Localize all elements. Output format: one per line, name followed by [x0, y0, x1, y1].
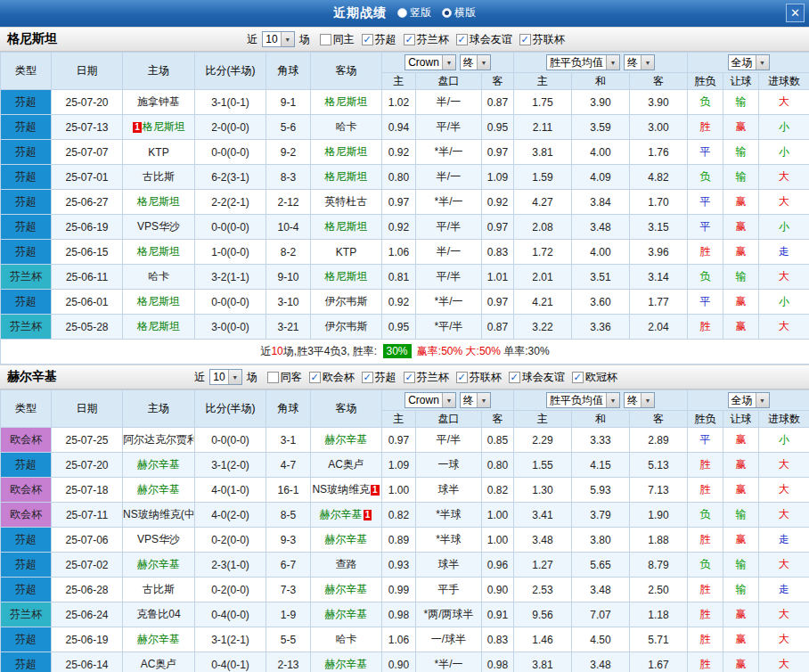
team-name: 赫尔辛基 — [7, 369, 57, 385]
result-goals: 大 — [759, 165, 809, 190]
avg-odds-select[interactable]: 胜平负均值▼ — [546, 392, 620, 408]
filter-bar: 近10▼场同主✓芬超✓芬兰杯✓球会友谊✓芬联杯 — [244, 31, 564, 47]
odds-source-select[interactable]: Crown▼ — [404, 54, 456, 70]
result-wdl: 负 — [688, 553, 723, 578]
league-badge: 芬超 — [1, 90, 52, 115]
section-header: 格尼斯坦近10▼场同主✓芬超✓芬兰杯✓球会友谊✓芬联杯 — [0, 27, 809, 52]
avg-away: 7.13 — [630, 478, 688, 503]
avg-draw: 3.60 — [572, 290, 630, 315]
avg-odds-select[interactable]: 胜平负均值▼ — [546, 54, 620, 70]
result-wdl: 平 — [688, 140, 723, 165]
away-team: 查路 — [311, 553, 382, 578]
away-team: NS玻纳维克1 — [311, 478, 382, 503]
avg-away: 1.18 — [630, 602, 688, 627]
home-team: 格尼斯坦 — [123, 315, 195, 340]
scope-select[interactable]: 全场▼ — [728, 392, 770, 408]
avg-final-select[interactable]: 终▼ — [624, 54, 655, 70]
odds-handicap: 球半 — [416, 553, 482, 578]
odds-handicap: *半球 — [416, 528, 482, 553]
avg-draw: 4.15 — [572, 453, 630, 478]
home-team: AC奥卢 — [123, 652, 195, 672]
odds-final-select[interactable]: 终▼ — [460, 392, 491, 408]
scope-select[interactable]: 全场▼ — [728, 54, 770, 70]
odds-away: 1.00 — [482, 503, 514, 528]
league-badge: 芬超 — [1, 528, 52, 553]
result-handicap: 赢 — [723, 428, 759, 453]
avg-away: 1.77 — [630, 290, 688, 315]
away-team: 格尼斯坦 — [311, 90, 382, 115]
odds-home: 0.92 — [382, 140, 416, 165]
result-handicap: 赢 — [723, 315, 759, 340]
filter-checkbox-芬联杯[interactable]: ✓芬联杯 — [519, 32, 565, 47]
corner-count: 5-5 — [266, 627, 311, 652]
home-team: 施拿钟基 — [123, 90, 195, 115]
recent-results-panel: 近期战绩 竖版横版 ✕ 格尼斯坦近10▼场同主✓芬超✓芬兰杯✓球会友谊✓芬联杯类… — [0, 0, 809, 672]
home-team: 哈卡 — [123, 265, 195, 290]
result-wdl: 平 — [688, 190, 723, 215]
result-handicap: 输 — [723, 578, 759, 602]
result-wdl: 负 — [688, 90, 723, 115]
result-goals: 小 — [759, 215, 809, 240]
column-subheader: 让球 — [723, 73, 759, 90]
filter-checkbox-芬超[interactable]: ✓芬超 — [362, 32, 396, 47]
odds-home: 1.06 — [382, 627, 416, 652]
filter-checkbox-欧会杯[interactable]: ✓欧会杯 — [309, 370, 355, 385]
odds-final-select[interactable]: 终▼ — [460, 54, 491, 70]
filter-checkbox-芬联杯[interactable]: ✓芬联杯 — [456, 370, 502, 385]
filter-checkbox-芬兰杯[interactable]: ✓芬兰杯 — [404, 32, 449, 47]
match-score: 2-2(2-1) — [195, 190, 266, 215]
avg-away: 8.79 — [630, 553, 688, 578]
away-team: 哈卡 — [311, 627, 382, 652]
away-team: 赫尔辛基 — [311, 578, 382, 602]
odds-away: 0.91 — [482, 602, 514, 627]
result-handicap: 输 — [723, 553, 759, 578]
away-team: 伊尔韦斯 — [311, 290, 382, 315]
result-wdl: 胜 — [688, 115, 723, 140]
corner-count: 8-3 — [266, 165, 311, 190]
match-count-select[interactable]: 10▼ — [209, 369, 241, 385]
filter-checkbox-芬超[interactable]: ✓芬超 — [362, 370, 396, 385]
match-date: 25-07-20 — [52, 90, 123, 115]
filter-checkbox-球会友谊[interactable]: ✓球会友谊 — [456, 32, 512, 47]
avg-draw: 5.93 — [572, 478, 630, 503]
match-count-select[interactable]: 10▼ — [262, 31, 294, 47]
result-goals: 大 — [759, 652, 809, 672]
column-subheader: 客 — [482, 411, 514, 428]
match-score: 0-0(0-0) — [195, 290, 266, 315]
home-team: VPS华沙 — [123, 528, 195, 553]
checkbox-icon — [267, 372, 279, 383]
result-wdl: 负 — [688, 265, 723, 290]
odds-source-select[interactable]: Crown▼ — [404, 392, 456, 408]
league-badge: 芬超 — [1, 215, 52, 240]
match-score: 3-0(0-0) — [195, 315, 266, 340]
corner-count: 9-10 — [266, 265, 311, 290]
avg-away: 1.67 — [630, 652, 688, 672]
league-badge: 芬超 — [1, 240, 52, 265]
filter-checkbox-欧冠杯[interactable]: ✓欧冠杯 — [572, 370, 617, 385]
layout-radio-横版[interactable]: 横版 — [442, 5, 476, 20]
avg-draw: 7.07 — [572, 602, 630, 627]
table-row: 芬超25-06-14AC奥卢0-4(0-1)2-13赫尔辛基0.90*半/一0.… — [1, 652, 809, 672]
avg-home: 2.29 — [514, 428, 572, 453]
filter-checkbox-球会友谊[interactable]: ✓球会友谊 — [509, 370, 565, 385]
odds-handicap: 平/半 — [416, 428, 482, 453]
result-wdl: 胜 — [688, 478, 723, 503]
avg-draw: 3.51 — [572, 265, 630, 290]
corner-count: 3-21 — [266, 315, 311, 340]
layout-radio-竖版[interactable]: 竖版 — [397, 5, 431, 20]
close-button[interactable]: ✕ — [786, 4, 805, 22]
table-row: 芬超25-06-19VPS华沙0-0(0-0)10-4格尼斯坦0.92平/半0.… — [1, 215, 809, 240]
odds-handicap: *半/一 — [416, 290, 482, 315]
filter-checkbox-同主[interactable]: 同主 — [320, 32, 355, 47]
column-subheader: 盘口 — [416, 73, 482, 90]
filter-checkbox-同客[interactable]: 同客 — [267, 370, 302, 385]
checkbox-icon: ✓ — [404, 372, 415, 383]
avg-final-select[interactable]: 终▼ — [624, 392, 655, 408]
league-badge: 欧会杯 — [1, 503, 52, 528]
filter-checkbox-芬兰杯[interactable]: ✓芬兰杯 — [404, 370, 449, 385]
match-date: 25-06-19 — [52, 627, 123, 652]
odds-away: 0.96 — [482, 553, 514, 578]
match-date: 25-06-27 — [52, 190, 123, 215]
away-team: 赫尔辛基 — [311, 528, 382, 553]
odds-away: 1.01 — [482, 265, 514, 290]
